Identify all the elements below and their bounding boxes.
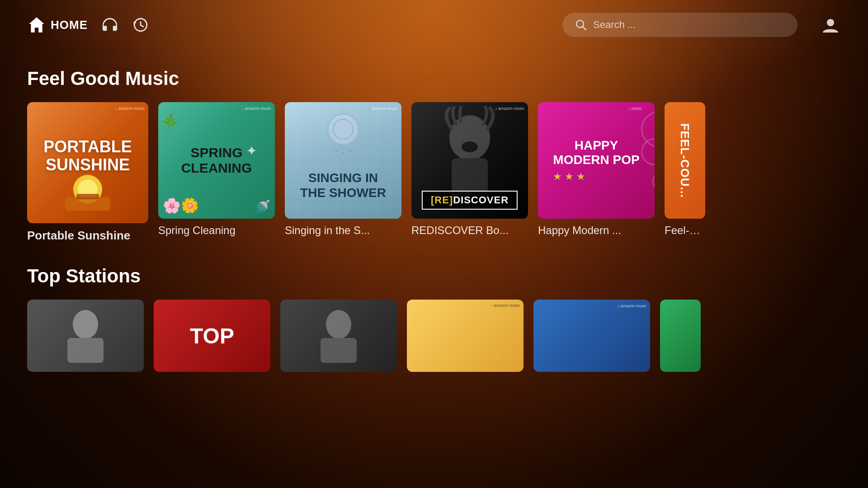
home-nav-item[interactable]: HOME: [27, 15, 88, 34]
home-label: HOME: [51, 18, 88, 32]
search-placeholder: Search ...: [593, 19, 636, 31]
station-card-5[interactable]: ♪ amazon music: [533, 300, 650, 372]
svg-point-9: [335, 150, 338, 152]
header: HOME: [0, 0, 868, 50]
history-nav-item[interactable]: [132, 16, 149, 33]
star-1: ★: [553, 171, 562, 183]
sparkle-decor: ✦: [246, 143, 257, 159]
nav-left: HOME: [27, 15, 549, 34]
top-stations-title: Top Stations: [27, 265, 841, 287]
svg-rect-16: [67, 338, 104, 363]
svg-point-11: [349, 150, 351, 152]
amazon-music-badge-2: ♪ amazon music: [241, 106, 271, 111]
svg-point-15: [73, 310, 98, 339]
svg-rect-18: [321, 338, 357, 363]
spring-cleaning-text: SPRINGCLEANING: [181, 145, 252, 176]
station-5-badge: ♪ amazon music: [617, 303, 646, 309]
stars-row: ★ ★ ★: [553, 171, 639, 183]
spring-cleaning-image: ♪ amazon music 🌿 SPRINGCLEANING 🌸🌼 🚿 ✦: [158, 102, 275, 219]
svg-point-10: [342, 152, 344, 155]
svg-point-17: [326, 310, 351, 339]
svg-point-14: [462, 141, 478, 152]
station-1-graphic: [27, 300, 144, 372]
headphones-nav-item[interactable]: [101, 16, 118, 33]
leaf-decor: 🌿: [160, 113, 179, 131]
feel-good-country-image: FEEL-COU...: [665, 102, 705, 219]
station-2-content: TOP: [154, 300, 270, 372]
rediscover-image: ♪ amazon music: [411, 102, 528, 219]
happy-modern-pop-card[interactable]: ♪ music HAPPYMODERN POP ★ ★ ★: [538, 102, 655, 243]
rediscover-overlay: [RE]DISCOVER: [422, 191, 518, 210]
portable-sunshine-text: PORTABLESUNSHINE: [43, 138, 132, 174]
rediscover-label: REDISCOVER Bo...: [411, 224, 528, 237]
spray-decor: 🚿: [255, 199, 270, 214]
happy-modern-pop-label: Happy Modern ...: [538, 224, 655, 237]
svg-point-8: [333, 119, 353, 139]
portable-sunshine-label: Portable Sunshine: [27, 229, 148, 243]
feel-good-music-title: Feel Good Music: [27, 68, 841, 89]
station-card-2[interactable]: TOP: [154, 300, 270, 372]
feel-good-music-cards: ♪ amazon music PORTABLESUNSHINE: [27, 102, 841, 243]
happy-modern-pop-text: HAPPYMODERN POP: [553, 138, 639, 167]
star-3: ★: [576, 171, 585, 183]
headphones-icon: [101, 16, 118, 33]
singing-shower-card[interactable]: ♪ amazon music SINGING INTHE SHOWER Sing: [285, 102, 401, 243]
station-3-graphic: [280, 300, 397, 372]
singing-shower-label: Singing in the S...: [285, 224, 401, 237]
star-2: ★: [565, 171, 574, 183]
spring-cleaning-card[interactable]: ♪ amazon music 🌿 SPRINGCLEANING 🌸🌼 🚿 ✦ S…: [158, 102, 275, 243]
feel-good-country-card[interactable]: FEEL-COU... Feel-Go...: [665, 102, 705, 243]
happy-modern-pop-image: ♪ music HAPPYMODERN POP ★ ★ ★: [538, 102, 655, 219]
station-card-4[interactable]: ♪ amazon music: [407, 300, 524, 372]
spring-cleaning-label: Spring Cleaning: [158, 224, 275, 237]
feel-good-country-label: Feel-Go...: [665, 224, 705, 237]
portable-sunshine-card[interactable]: ♪ amazon music PORTABLESUNSHINE: [27, 102, 148, 243]
home-icon: [27, 15, 46, 34]
top-stations-label: TOP: [190, 324, 234, 348]
user-icon[interactable]: [820, 14, 841, 35]
amazon-music-badge-1: ♪ amazon music: [115, 106, 145, 111]
rediscover-text: [RE]DISCOVER: [431, 194, 509, 206]
feel-good-music-section: Feel Good Music ♪ amazon music: [0, 68, 868, 243]
shower-head-graphic: [321, 110, 366, 160]
singing-shower-text: SINGING INTHE SHOWER: [291, 170, 396, 201]
search-icon: [575, 19, 587, 31]
top-stations-section: Top Stations TOP: [0, 265, 868, 372]
flowers-decor: 🌸🌼: [163, 197, 199, 214]
station-4-badge: ♪ amazon music: [491, 303, 520, 308]
singing-shower-image: ♪ amazon music SINGING INTHE SHOWER: [285, 102, 401, 219]
station-card-3[interactable]: [280, 300, 397, 372]
feel-good-text: FEEL-COU...: [678, 123, 692, 198]
search-bar[interactable]: Search ...: [562, 13, 797, 37]
station-card-6[interactable]: [660, 300, 701, 372]
top-stations-cards: TOP ♪ amazon music: [27, 300, 841, 372]
rediscover-card[interactable]: ♪ amazon music: [411, 102, 528, 243]
svg-line-1: [583, 27, 586, 30]
history-icon: [132, 16, 149, 33]
svg-rect-6: [76, 194, 99, 199]
station-card-1[interactable]: [27, 300, 144, 372]
svg-point-2: [827, 19, 834, 26]
portable-sunshine-image: ♪ amazon music PORTABLESUNSHINE: [27, 102, 148, 223]
